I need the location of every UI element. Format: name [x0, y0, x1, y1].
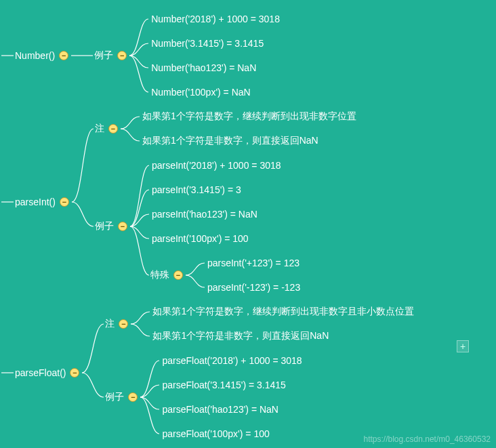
- leaf-row: parseInt('100px') = 100: [149, 226, 302, 251]
- toggle-icon[interactable]: −: [60, 197, 69, 207]
- leaf-text: 如果第1个字符是数字，继续判断到出现非数字位置: [140, 108, 358, 125]
- leaf-row: parseFloat('2018') + 1000 = 3018: [159, 348, 303, 373]
- toggle-icon[interactable]: −: [128, 392, 138, 402]
- toggle-icon[interactable]: −: [59, 51, 68, 60]
- leaf-row: 如果第1个字符是数字，继续判断到出现非数字且非小数点位置: [150, 300, 415, 324]
- leaf-row: parseInt('-123') = -123: [205, 275, 302, 300]
- leaf-text: parseInt('2018') + 1000 = 3018: [149, 158, 283, 173]
- leaf-text: parseFloat('100px') = 100: [159, 426, 270, 441]
- toggle-icon[interactable]: −: [117, 51, 127, 60]
- toggle-icon[interactable]: −: [119, 319, 128, 329]
- leaf-text: parseFloat('hao123') = NaN: [159, 402, 280, 417]
- leaf-text: Number('2018') + 1000 = 3018: [148, 12, 281, 26]
- root-node-label: Number(): [14, 48, 56, 63]
- leaf-text: Number('3.1415') = 3.1415: [148, 36, 265, 51]
- group: 例子−parseInt('2018') + 1000 = 3018parseIn…: [94, 153, 358, 300]
- root-node-label: parseInt(): [14, 195, 57, 209]
- node-label: 例子: [94, 218, 115, 235]
- leaf-row: Number('2018') + 1000 = 3018: [148, 7, 281, 31]
- node-label: 注: [94, 121, 106, 137]
- group: 注−如果第1个字符是数字，继续判断到出现非数字且非小数点位置如果第1个字符是非数…: [104, 300, 415, 348]
- leaf-row: parseInt('3.1415') = 3: [149, 178, 302, 202]
- watermark: https://blog.csdn.net/m0_46360532: [364, 434, 491, 444]
- leaf-row: Number('100px') = NaN: [148, 80, 281, 104]
- toggle-icon[interactable]: −: [173, 270, 183, 280]
- plus-badge: +: [457, 340, 469, 352]
- top-node: Number()−例子−Number('2018') + 1000 = 3018…: [1, 7, 496, 104]
- leaf-row: parseInt('hao123') = NaN: [149, 202, 302, 226]
- leaf-row: Number('hao123') = NaN: [148, 56, 281, 80]
- leaf-text: parseInt('+123') = 123: [205, 256, 301, 270]
- leaf-row: parseFloat('hao123') = NaN: [159, 397, 303, 422]
- top-node: parseInt()−注−如果第1个字符是数字，继续判断到出现非数字位置如果第1…: [1, 104, 496, 300]
- leaf-text: Number('hao123') = NaN: [148, 60, 257, 75]
- node-label: 特殊: [149, 267, 171, 283]
- leaf-row: 如果第1个字符是非数字，则直接返回NaN: [150, 324, 415, 348]
- leaf-row: parseInt('2018') + 1000 = 3018: [149, 153, 302, 178]
- leaf-text: 如果第1个字符是非数字，则直接返回NaN: [150, 328, 330, 344]
- leaf-row: parseInt('+123') = 123: [205, 251, 302, 275]
- leaf-text: parseInt('3.1415') = 3: [149, 182, 243, 197]
- leaf-text: parseFloat('3.1415') = 3.1415: [159, 378, 287, 392]
- leaf-row: parseFloat('100px') = 100: [159, 422, 303, 446]
- toggle-icon[interactable]: −: [70, 368, 79, 378]
- node-label: 例子: [93, 47, 115, 64]
- leaf-text: parseInt('-123') = -123: [205, 280, 302, 295]
- mindmap-tree: Number()−例子−Number('2018') + 1000 = 3018…: [0, 0, 496, 448]
- leaf-text: 如果第1个字符是非数字，则直接返回NaN: [140, 133, 320, 149]
- group: 注−如果第1个字符是数字，继续判断到出现非数字位置如果第1个字符是非数字，则直接…: [94, 104, 358, 153]
- root-node-label: parseFloat(): [14, 365, 67, 380]
- leaf-row: Number('3.1415') = 3.1415: [148, 31, 281, 56]
- leaf-row: parseFloat('3.1415') = 3.1415: [159, 373, 303, 397]
- leaf-text: parseInt('hao123') = NaN: [149, 207, 259, 222]
- toggle-icon[interactable]: −: [108, 124, 118, 134]
- top-node: parseFloat()−注−如果第1个字符是数字，继续判断到出现非数字且非小数…: [1, 300, 496, 446]
- leaf-text: 如果第1个字符是数字，继续判断到出现非数字且非小数点位置: [150, 304, 415, 320]
- group: 例子−parseFloat('2018') + 1000 = 3018parse…: [104, 348, 415, 446]
- group: 例子−Number('2018') + 1000 = 3018Number('3…: [93, 7, 281, 104]
- node-label: 例子: [104, 389, 125, 405]
- node-label: 注: [104, 316, 116, 332]
- leaf-row: 如果第1个字符是非数字，则直接返回NaN: [140, 129, 358, 153]
- leaf-text: parseInt('100px') = 100: [149, 231, 250, 246]
- leaf-text: parseFloat('2018') + 1000 = 3018: [159, 353, 303, 368]
- group: 特殊−parseInt('+123') = 123parseInt('-123'…: [149, 251, 302, 300]
- leaf-row: 如果第1个字符是数字，继续判断到出现非数字位置: [140, 104, 358, 129]
- toggle-icon[interactable]: −: [118, 222, 127, 231]
- leaf-text: Number('100px') = NaN: [148, 85, 252, 100]
